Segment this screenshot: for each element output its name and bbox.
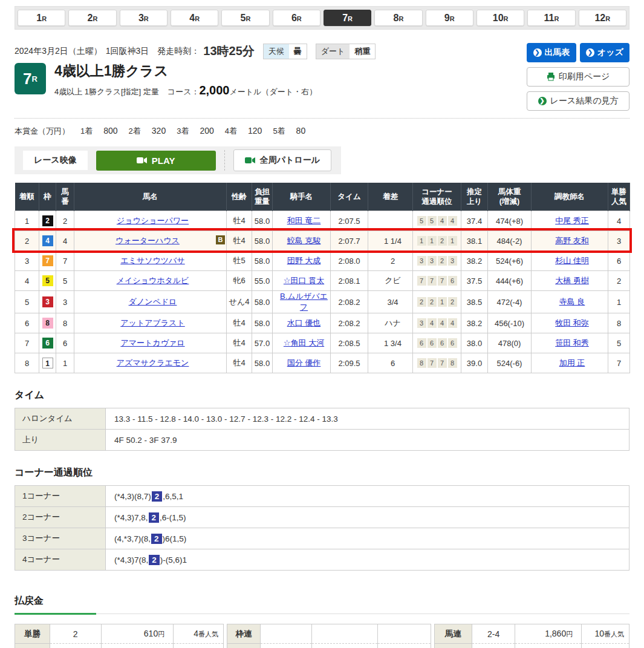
race-tab-11r[interactable]: 11R xyxy=(527,10,575,26)
trainer-link[interactable]: 寺島 良 xyxy=(559,297,585,306)
column-header: 性齢 xyxy=(227,183,252,211)
horse-name-link[interactable]: アズマサクラエモン xyxy=(117,358,189,367)
race-tab-6r[interactable]: 6R xyxy=(273,10,320,26)
trainer-link[interactable]: 中尾 秀正 xyxy=(555,216,589,225)
race-tab-7r[interactable]: 7R xyxy=(324,10,371,26)
corner-order-value: (*4,3)7,8,2,6-(1,5) xyxy=(106,507,629,528)
frame-number: 2 xyxy=(39,211,56,231)
payout-popularity: 15番人気 xyxy=(582,644,629,648)
finish-time: 2:08.1 xyxy=(331,271,368,291)
horse-name-cell: ダノンペドロ xyxy=(74,291,227,313)
trainer-cell: 牧田 和弥 xyxy=(532,313,608,333)
results-guide-button[interactable]: ❯ レース結果の見方 xyxy=(527,91,629,111)
corner-order-table: 1コーナー(*4,3)(8,7)2,6,5,12コーナー(*4,3)7,8,2,… xyxy=(15,485,629,571)
track-value: 稍重 xyxy=(350,44,375,59)
column-header: 単勝人気 xyxy=(608,183,630,211)
race-conditions: 4歳以上 1勝クラス[指定] 定量 xyxy=(54,87,159,97)
trainer-link[interactable]: 杉山 佳明 xyxy=(555,256,589,265)
meeting-info: 1回阪神3日 xyxy=(106,46,149,57)
prize-amount: 120 xyxy=(248,126,262,136)
race-tab-10r[interactable]: 10R xyxy=(476,10,524,26)
race-tab-8r[interactable]: 8R xyxy=(374,10,422,26)
payout-table-left-wrap: 単勝2610円4番人気複勝2340円3番人気4340円4番人気7650円6番人気 xyxy=(15,624,224,648)
jockey-link[interactable]: ☆田口 貫太 xyxy=(284,276,324,285)
trainer-link[interactable]: 高野 友和 xyxy=(555,236,589,245)
race-tab-1r[interactable]: 1R xyxy=(18,10,65,26)
column-header: 着差 xyxy=(368,183,413,211)
horse-name-link[interactable]: ダノンペドロ xyxy=(129,297,177,306)
margin: クビ xyxy=(368,271,413,291)
margin xyxy=(368,211,413,231)
horse-weight: 456(-10) xyxy=(488,313,532,333)
win-popularity: 5 xyxy=(608,333,630,353)
race-tab-5r[interactable]: 5R xyxy=(221,10,269,26)
jockey-link[interactable]: 水口 優也 xyxy=(287,318,321,327)
jockey-link[interactable]: 国分 優作 xyxy=(287,358,321,367)
race-tab-9r[interactable]: 9R xyxy=(426,10,473,26)
finish-time: 2:08.0 xyxy=(331,251,368,271)
row-label: 3コーナー xyxy=(15,528,106,549)
corner-order-value: (*4,3)(8,7)2,6,5,1 xyxy=(106,486,629,507)
carried-weight: 57.0 xyxy=(252,333,273,353)
payout-table-right: 馬連2-41,860円10番人気馬単2-43,780円15番人気3連複2-4-7… xyxy=(434,624,629,648)
payout-row: 単勝2610円4番人気 xyxy=(15,624,224,644)
race-tab-4r[interactable]: 4R xyxy=(171,10,218,26)
horse-name-cell: アマートカヴァロ xyxy=(74,333,227,353)
patrol-video-button[interactable]: 全周パトロール xyxy=(233,149,331,171)
race-tab-3r[interactable]: 3R xyxy=(120,10,168,26)
horse-name-link[interactable]: アマートカヴァロ xyxy=(120,338,184,347)
horse-weight: 524(-6) xyxy=(488,353,532,373)
odds-button[interactable]: ❯ オッズ xyxy=(580,43,629,62)
payout-amount xyxy=(311,624,378,644)
jockey-link[interactable]: 鮫島 克駿 xyxy=(287,236,321,245)
race-tab-12r[interactable]: 12R xyxy=(579,10,626,26)
table-row: 377エミサソウツバサ牡558.0団野 大成2:08.02332338.2524… xyxy=(15,251,630,271)
trainer-link[interactable]: 牧田 和弥 xyxy=(555,318,589,327)
row-label: 上り xyxy=(15,430,106,451)
horse-name-link[interactable]: アットアブラスト xyxy=(120,318,184,327)
horse-name-cell: Bウォーターハウス xyxy=(74,231,227,251)
payout-popularity xyxy=(378,624,431,644)
finish-time: 2:07.7 xyxy=(331,231,368,251)
horse-name-link[interactable]: ウォーターハウス xyxy=(115,236,180,245)
printer-icon xyxy=(547,73,555,81)
last-3f: 37.5 xyxy=(461,271,488,291)
finish-position: 5 xyxy=(15,291,39,313)
play-button[interactable]: PLAY xyxy=(96,151,216,171)
margin: ハナ xyxy=(368,313,413,333)
jockey-link[interactable]: ☆角田 大河 xyxy=(284,338,324,347)
prize-place: 5着 xyxy=(273,126,285,137)
corner-section-title: コーナー通過順位 xyxy=(15,466,629,479)
win-popularity: 1 xyxy=(608,291,630,313)
print-page-button[interactable]: 印刷用ページ xyxy=(527,67,629,87)
video-strip: レース映像 PLAY 全周パトロール xyxy=(15,146,341,174)
entry-table-button[interactable]: ❯ 出馬表 xyxy=(527,43,576,62)
payout-number: 2 xyxy=(50,644,101,648)
finish-position: 4 xyxy=(15,271,39,291)
race-tab-2r[interactable]: 2R xyxy=(68,10,116,26)
frame-number: 7 xyxy=(39,251,56,271)
jockey-link[interactable]: 和田 竜二 xyxy=(287,216,321,225)
margin: 1 1/4 xyxy=(368,231,413,251)
jockey-link[interactable]: B.ムルザバエフ xyxy=(280,292,328,312)
trainer-link[interactable]: 加用 正 xyxy=(559,358,585,367)
horse-name-link[interactable]: メイショウホタルビ xyxy=(117,276,189,285)
prize-amount: 800 xyxy=(103,126,117,136)
payout-type-label: 枠連 xyxy=(227,624,260,644)
trainer-link[interactable]: 大橋 勇樹 xyxy=(555,276,589,285)
corner-positions: 8778 xyxy=(413,353,461,373)
horse-name-link[interactable]: ジョウショーパワー xyxy=(117,216,189,225)
payout-table-right-wrap: 馬連2-41,860円10番人気馬単2-43,780円15番人気3連複2-4-7… xyxy=(434,624,629,648)
win-popularity: 6 xyxy=(608,251,630,271)
payout-number: 2 xyxy=(50,624,101,644)
row-value: 13.3 - 11.5 - 12.8 - 14.0 - 13.0 - 12.7 … xyxy=(106,408,629,430)
table-row: 4コーナー(*4,3)7(8,2)-(5,6)1 xyxy=(15,549,629,571)
jockey-link[interactable]: 団野 大成 xyxy=(287,256,321,265)
payout-popularity: 4番人気 xyxy=(174,624,224,644)
sex-age: せん4 xyxy=(227,291,252,313)
carried-weight: 55.0 xyxy=(252,271,273,291)
horse-name-link[interactable]: エミサソウツバサ xyxy=(120,256,184,265)
payout-number: 2-4 xyxy=(260,644,311,648)
trainer-link[interactable]: 笹田 和秀 xyxy=(555,338,589,347)
corner-positions: 2212 xyxy=(413,291,461,313)
